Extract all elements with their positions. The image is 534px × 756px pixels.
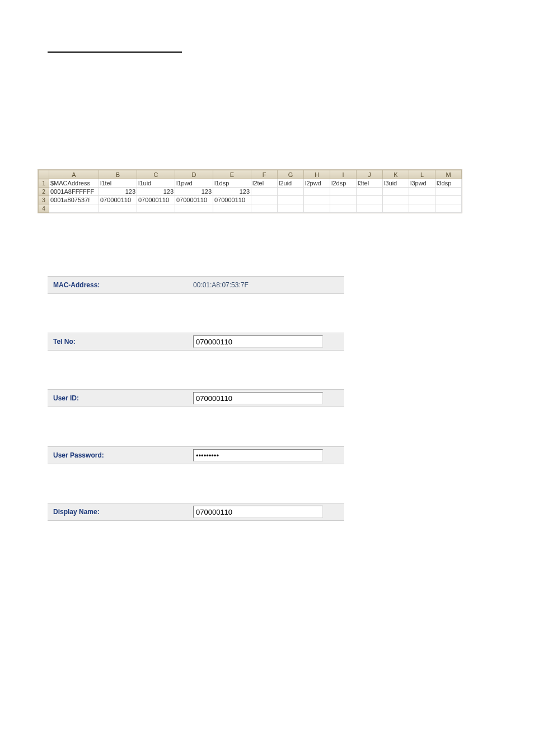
section-underline — [48, 52, 182, 53]
tel-no-row: Tel No: — [48, 333, 344, 351]
tel-no-input[interactable] — [193, 335, 323, 348]
spreadsheet: ABCDEFGHIJKLM1$MACAddressl1tell1uidl1pwd… — [38, 169, 462, 213]
cell[interactable]: 070000110 — [213, 196, 251, 204]
user-id-input[interactable] — [193, 392, 323, 404]
row-header-2[interactable]: 2 — [39, 188, 49, 196]
cell[interactable] — [409, 196, 435, 204]
col-header-K[interactable]: K — [383, 170, 409, 179]
col-header-B[interactable]: B — [99, 170, 137, 179]
cell[interactable] — [278, 188, 304, 196]
cell[interactable] — [49, 204, 99, 213]
cell[interactable]: l1tel — [99, 179, 137, 188]
cell[interactable]: l2tel — [251, 179, 278, 188]
cell[interactable] — [435, 196, 462, 204]
cell[interactable] — [278, 196, 304, 204]
cell[interactable]: l1pwd — [175, 179, 213, 188]
display-name-row: Display Name: — [48, 503, 344, 521]
row-header-3[interactable]: 3 — [39, 196, 49, 204]
cell[interactable] — [213, 204, 251, 213]
col-header-H[interactable]: H — [304, 170, 330, 179]
mac-address-row: MAC-Address: 00:01:A8:07:53:7F — [48, 276, 344, 294]
cell[interactable]: l1dsp — [213, 179, 251, 188]
row-header-1[interactable]: 1 — [39, 179, 49, 188]
cell[interactable]: l3uid — [383, 179, 409, 188]
cell[interactable] — [435, 188, 462, 196]
cell[interactable]: 123 — [99, 188, 137, 196]
cell[interactable] — [330, 196, 357, 204]
cell[interactable]: l2uid — [278, 179, 304, 188]
cell[interactable] — [304, 204, 330, 213]
cell[interactable]: l2dsp — [330, 179, 357, 188]
display-name-label: Display Name: — [48, 508, 193, 516]
cell[interactable] — [383, 204, 409, 213]
col-header-M[interactable]: M — [435, 170, 462, 179]
col-header-G[interactable]: G — [278, 170, 304, 179]
sheet-corner — [39, 170, 49, 179]
cell[interactable]: 123 — [213, 188, 251, 196]
cell[interactable] — [409, 204, 435, 213]
cell[interactable]: l2pwd — [304, 179, 330, 188]
col-header-L[interactable]: L — [409, 170, 435, 179]
cell[interactable] — [278, 204, 304, 213]
cell[interactable] — [435, 204, 462, 213]
user-id-row: User ID: — [48, 389, 344, 407]
cell[interactable] — [99, 204, 137, 213]
cell[interactable]: l3pwd — [409, 179, 435, 188]
cell[interactable]: 070000110 — [99, 196, 137, 204]
cell[interactable] — [304, 196, 330, 204]
cell[interactable] — [383, 188, 409, 196]
cell[interactable] — [357, 188, 383, 196]
cell[interactable]: 123 — [137, 188, 175, 196]
row-header-4[interactable]: 4 — [39, 204, 49, 213]
cell[interactable]: 070000110 — [175, 196, 213, 204]
cell[interactable]: l3tel — [357, 179, 383, 188]
cell[interactable] — [251, 188, 278, 196]
col-header-A[interactable]: A — [49, 170, 99, 179]
cell[interactable]: l1uid — [137, 179, 175, 188]
col-header-J[interactable]: J — [357, 170, 383, 179]
display-name-input[interactable] — [193, 506, 323, 518]
user-password-row: User Password: — [48, 446, 344, 464]
mac-address-label: MAC-Address: — [48, 281, 193, 289]
cell[interactable] — [304, 188, 330, 196]
mac-address-value: 00:01:A8:07:53:7F — [193, 281, 249, 289]
user-id-label: User ID: — [48, 394, 193, 402]
cell[interactable] — [357, 204, 383, 213]
cell[interactable] — [137, 204, 175, 213]
cell[interactable] — [383, 196, 409, 204]
cell[interactable]: $MACAddress — [49, 179, 99, 188]
col-header-E[interactable]: E — [213, 170, 251, 179]
user-password-input[interactable] — [193, 449, 323, 461]
cell[interactable] — [251, 196, 278, 204]
cell[interactable]: l3dsp — [435, 179, 462, 188]
col-header-F[interactable]: F — [251, 170, 278, 179]
cell[interactable] — [330, 188, 357, 196]
cell[interactable] — [175, 204, 213, 213]
cell[interactable]: 070000110 — [137, 196, 175, 204]
tel-no-label: Tel No: — [48, 338, 193, 346]
cell[interactable] — [357, 196, 383, 204]
cell[interactable] — [409, 188, 435, 196]
cell[interactable]: 0001A8FFFFFF — [49, 188, 99, 196]
col-header-I[interactable]: I — [330, 170, 357, 179]
col-header-D[interactable]: D — [175, 170, 213, 179]
user-password-label: User Password: — [48, 451, 193, 459]
col-header-C[interactable]: C — [137, 170, 175, 179]
cell[interactable]: 123 — [175, 188, 213, 196]
cell[interactable] — [251, 204, 278, 213]
cell[interactable] — [330, 204, 357, 213]
cell[interactable]: 0001a807537f — [49, 196, 99, 204]
